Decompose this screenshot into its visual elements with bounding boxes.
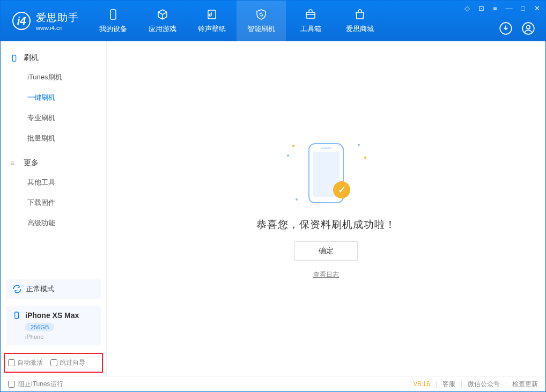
mode-label: 正常模式 [26, 284, 54, 294]
toolbox-icon [304, 8, 317, 21]
top-nav: 我的设备 应用游戏 铃声壁纸 智能刷机 工具箱 爱思商城 [88, 1, 385, 41]
checkbox-label: 自动激活 [17, 358, 43, 367]
checkbox-input[interactable] [50, 359, 57, 366]
check-update-link[interactable]: 检查更新 [512, 380, 538, 389]
svg-rect-2 [306, 12, 315, 18]
sidebar-group-more: ≡ 更多 [1, 154, 106, 172]
sidebar-group-title: 更多 [24, 158, 39, 168]
success-illustration: ✓ [281, 138, 372, 208]
svg-rect-7 [15, 312, 19, 319]
logo-subtitle: www.i4.cn [36, 25, 79, 31]
ok-button[interactable]: 确定 [294, 241, 358, 261]
nav-toolbox[interactable]: 工具箱 [286, 1, 335, 41]
sidebar-item-advanced[interactable]: 高级功能 [1, 213, 106, 233]
sidebar: 刷机 iTunes刷机 一键刷机 专业刷机 批量刷机 ≡ 更多 其他工具 下载固… [1, 41, 107, 376]
highlighted-options: 自动激活 跳过向导 [4, 353, 103, 373]
music-icon [205, 8, 218, 21]
tshirt-icon[interactable]: ◇ [463, 4, 471, 12]
stop-itunes-checkbox[interactable]: 阻止iTunes运行 [8, 380, 63, 389]
checkmark-icon: ✓ [333, 181, 350, 198]
status-bar: 阻止iTunes运行 V8.16 | 客服 | 微信公众号 | 检查更新 [1, 376, 545, 391]
view-log-link[interactable]: 查看日志 [313, 270, 339, 279]
auto-activate-checkbox[interactable]: 自动激活 [8, 358, 43, 367]
sidebar-item-oneclick-flash[interactable]: 一键刷机 [1, 87, 106, 108]
svg-rect-0 [110, 10, 116, 19]
checkbox-input[interactable] [8, 359, 15, 366]
nav-ringtone-wallpaper[interactable]: 铃声壁纸 [187, 1, 237, 41]
checkbox-label: 阻止iTunes运行 [18, 380, 63, 389]
nav-label: 应用游戏 [149, 24, 176, 34]
minimize-button[interactable]: — [505, 4, 513, 12]
app-body: 刷机 iTunes刷机 一键刷机 专业刷机 批量刷机 ≡ 更多 其他工具 下载固… [1, 41, 545, 376]
close-button[interactable]: ✕ [533, 4, 541, 12]
version-label: V8.16 [413, 380, 430, 388]
nav-label: 爱思商城 [346, 24, 374, 34]
sidebar-item-download-firmware[interactable]: 下载固件 [1, 193, 106, 213]
mode-card[interactable]: 正常模式 [6, 279, 101, 299]
refresh-icon [12, 284, 22, 294]
user-icon[interactable] [521, 21, 536, 36]
logo: i4 爱思助手 www.i4.cn [1, 11, 88, 31]
cube-icon [156, 8, 169, 21]
svg-point-4 [522, 23, 534, 34]
skip-guide-checkbox[interactable]: 跳过向导 [50, 358, 85, 367]
sidebar-group-title: 刷机 [24, 53, 39, 63]
list-icon: ≡ [10, 159, 18, 167]
maximize-button[interactable]: □ [519, 4, 527, 12]
phone-icon [107, 8, 120, 21]
support-link[interactable]: 客服 [442, 380, 455, 389]
success-message: 恭喜您，保资料刷机成功啦！ [256, 218, 396, 232]
nav-store[interactable]: 爱思商城 [335, 1, 385, 41]
checkbox-label: 跳过向导 [60, 358, 85, 367]
device-type: iPhone [25, 334, 94, 340]
nav-label: 铃声壁纸 [198, 24, 226, 34]
bag-icon [353, 8, 366, 21]
wechat-link[interactable]: 微信公众号 [468, 380, 500, 389]
sidebar-item-pro-flash[interactable]: 专业刷机 [1, 108, 106, 128]
main-content: ✓ 恭喜您，保资料刷机成功啦！ 确定 查看日志 [107, 41, 545, 376]
nav-my-device[interactable]: 我的设备 [88, 1, 138, 41]
download-icon[interactable] [498, 21, 513, 36]
shield-refresh-icon [255, 8, 268, 21]
device-icon [10, 54, 18, 62]
window-controls: ◇ ⊡ ≡ — □ ✕ [463, 4, 541, 12]
feedback-icon[interactable]: ⊡ [477, 4, 485, 12]
nav-label: 智能刷机 [247, 24, 275, 34]
nav-apps-games[interactable]: 应用游戏 [138, 1, 187, 41]
svg-rect-6 [12, 55, 16, 61]
checkbox-input[interactable] [8, 381, 15, 388]
device-card[interactable]: iPhone XS Max 256GB iPhone [6, 306, 101, 345]
app-header: i4 爱思助手 www.i4.cn 我的设备 应用游戏 铃声壁纸 智能刷机 工具… [1, 1, 545, 41]
menu-icon[interactable]: ≡ [491, 4, 499, 12]
header-right-icons [498, 21, 536, 36]
device-name: iPhone XS Max [25, 311, 79, 320]
nav-smart-flash[interactable]: 智能刷机 [237, 1, 286, 41]
sidebar-item-itunes-flash[interactable]: iTunes刷机 [1, 67, 106, 87]
sidebar-item-batch-flash[interactable]: 批量刷机 [1, 128, 106, 149]
sidebar-group-flash: 刷机 [1, 49, 106, 67]
storage-badge: 256GB [25, 323, 54, 331]
phone-small-icon [12, 311, 21, 320]
svg-point-5 [527, 26, 530, 29]
nav-label: 工具箱 [300, 24, 321, 34]
nav-label: 我的设备 [99, 24, 127, 34]
sidebar-item-other-tools[interactable]: 其他工具 [1, 172, 106, 193]
logo-title: 爱思助手 [36, 11, 79, 25]
logo-icon: i4 [12, 12, 31, 30]
